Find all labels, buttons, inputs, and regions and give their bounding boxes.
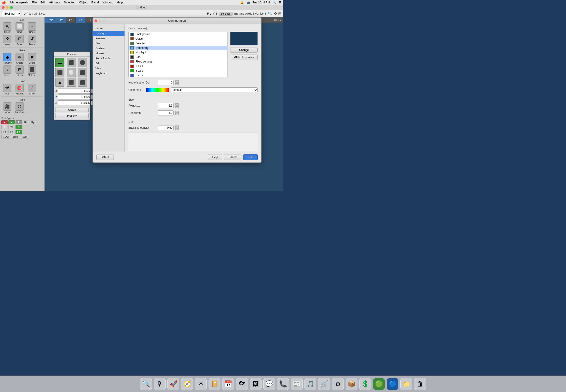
color-temporary[interactable]: Temporary	[129, 46, 227, 50]
l-button[interactable]: L	[1, 125, 8, 129]
line-width-up[interactable]: ▲	[175, 111, 179, 113]
property-button[interactable]: Property	[55, 113, 89, 118]
color-x-axis[interactable]: X axis	[129, 64, 227, 69]
rc-button[interactable]: Rc	[23, 120, 29, 124]
settings-view-icon[interactable]: ⚙	[278, 18, 281, 22]
delete-tool[interactable]: ✖ Delete	[26, 53, 38, 65]
ln-button[interactable]: Ln	[8, 130, 15, 134]
shape-plane[interactable]: ⬛	[67, 78, 76, 87]
sym-button[interactable]: Sym	[21, 135, 29, 139]
mode-dropdown[interactable]: Beginner	[2, 11, 21, 16]
screen-icon[interactable]: 📺	[246, 1, 250, 4]
line-width-input[interactable]	[158, 111, 174, 115]
menu-system[interactable]: System	[93, 46, 124, 51]
menu-object[interactable]: Object	[79, 1, 88, 4]
rp-button[interactable]: Rp	[30, 120, 36, 124]
z-input[interactable]	[58, 100, 90, 105]
y-input[interactable]	[58, 95, 90, 99]
maximize-button[interactable]	[10, 6, 13, 9]
minimize-button[interactable]	[6, 6, 9, 9]
extrude-tool[interactable]: ⊟ Extrude	[14, 65, 26, 77]
menu-view[interactable]: View	[93, 66, 124, 71]
color-z-axis[interactable]: Z axis	[129, 73, 227, 77]
select-tool[interactable]: ↖ Select	[1, 22, 13, 34]
color-selected[interactable]: Selected	[129, 41, 227, 46]
y-axis-button[interactable]: Y	[8, 120, 15, 124]
back-line-opacity-up[interactable]: ▲	[175, 126, 179, 128]
gui-preview-button[interactable]: GUI color preview	[231, 55, 258, 60]
maximize-view-icon[interactable]: ⊞	[274, 18, 277, 22]
armature-tool[interactable]: ⬡ Armature	[14, 102, 26, 114]
menu-panel[interactable]: Panel	[91, 1, 99, 4]
menu-keyboard[interactable]: Keyboard	[93, 71, 124, 76]
ok-button[interactable]: OK	[243, 154, 258, 160]
menu-selected[interactable]: Selected	[64, 1, 75, 4]
shape-wedge[interactable]: ▬	[55, 58, 64, 67]
fc-button[interactable]: Fc	[15, 130, 22, 134]
zoom-in-icon[interactable]: 🔍	[268, 11, 272, 16]
cobj-button[interactable]: CObj	[1, 135, 10, 139]
point-size-down[interactable]: ▼	[175, 106, 179, 108]
point-size-up[interactable]: ▲	[175, 103, 179, 106]
pull-tool[interactable]: 🗺 Pull	[1, 84, 13, 95]
x-input[interactable]	[58, 88, 90, 94]
s-button[interactable]: S	[15, 125, 22, 129]
hue-offset-down[interactable]: ▼	[175, 83, 179, 85]
rotate-tool[interactable]: ↺ Rotate	[26, 34, 38, 46]
back-line-opacity-down[interactable]: ▼	[175, 128, 179, 130]
move-tool[interactable]: ✛ Move	[1, 34, 13, 46]
apple-menu[interactable]: 🍎	[2, 1, 6, 4]
back-line-opacity-input[interactable]	[158, 125, 174, 130]
tab-fc[interactable]: Fc	[75, 17, 85, 23]
change-color-button[interactable]: Change	[230, 47, 258, 53]
w-button[interactable]: W	[8, 125, 15, 129]
menu-pen-touch[interactable]: Pen / Touch	[93, 56, 124, 61]
config-min-button[interactable]	[99, 19, 101, 22]
shape-custom[interactable]: ⬛	[78, 78, 87, 87]
create-tool[interactable]: ✏ Create	[14, 53, 26, 65]
shape-sphere[interactable]: ⚫	[78, 58, 87, 67]
scale-tool[interactable]: ⊡ Scale	[14, 34, 26, 46]
color-fixed-vertices[interactable]: Fixed vertices	[129, 59, 227, 64]
shape-torus[interactable]: ⚪	[67, 68, 76, 77]
menu-file[interactable]: File	[93, 41, 124, 46]
sel-lock-button[interactable]: Sel Lock	[219, 12, 232, 16]
config-close-button[interactable]	[95, 19, 97, 22]
menu-preview[interactable]: Preview	[93, 36, 124, 41]
invert-tool[interactable]: ↕ Invert	[1, 65, 13, 77]
menu-file[interactable]: File	[32, 1, 37, 4]
tab-pers[interactable]: Pers	[45, 17, 57, 23]
notification-icon[interactable]: 🔔	[240, 1, 244, 4]
magnet-tool[interactable]: 🧲 Magnet	[14, 84, 26, 95]
hue-offset-up[interactable]: ▲	[175, 80, 179, 83]
shape-cone[interactable]: ⬛	[78, 68, 87, 77]
knife-tool[interactable]: / Knife	[26, 84, 38, 95]
menu-screen[interactable]: Screen	[93, 26, 124, 31]
color-list[interactable]: Background Object Selected	[128, 32, 227, 77]
list-icon[interactable]: ☰	[279, 1, 281, 4]
pt-button[interactable]: Pt	[1, 130, 8, 134]
color-y-axis[interactable]: Y axis	[129, 69, 227, 73]
create-primitive-button[interactable]: Create	[55, 107, 89, 112]
point-size-input[interactable]	[158, 103, 174, 108]
close-button[interactable]	[2, 6, 5, 9]
colormap-select[interactable]: Default	[171, 87, 258, 92]
help-button[interactable]: Help	[208, 154, 223, 160]
menu-mouse[interactable]: Mouse	[93, 51, 124, 56]
rope-tool[interactable]: 〰 Rope	[26, 22, 38, 34]
snap-button[interactable]: Snap	[11, 135, 20, 139]
shape-pyramid[interactable]: ▲	[55, 78, 64, 87]
shape-cylinder[interactable]: ⬛	[55, 68, 64, 77]
menu-help[interactable]: Help	[117, 1, 123, 4]
hue-offset-input[interactable]	[158, 80, 174, 85]
x-axis-button[interactable]: X	[1, 120, 8, 124]
z-axis-button[interactable]: Z	[15, 120, 22, 124]
rect-tool[interactable]: ⬜ Rect	[14, 22, 26, 34]
grid-icon[interactable]: ⊞	[278, 11, 281, 16]
menu-attribute[interactable]: Attribute	[49, 1, 60, 4]
move-icon[interactable]: ✛	[274, 11, 277, 16]
color-dark[interactable]: Dark	[129, 55, 227, 59]
tab-ln[interactable]: Ln	[66, 17, 75, 23]
tab-pt[interactable]: Pt	[57, 17, 66, 23]
color-background[interactable]: Background	[129, 32, 227, 37]
